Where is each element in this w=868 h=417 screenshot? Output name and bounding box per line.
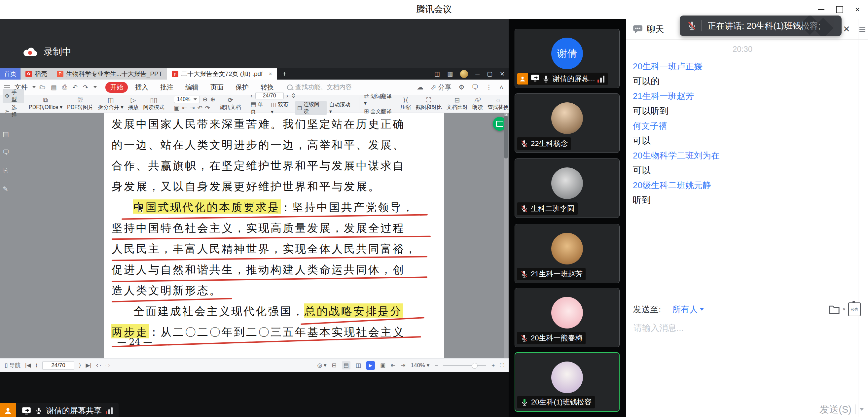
menu-item-annotate[interactable]: 批注 xyxy=(156,82,178,93)
menu-item-insert[interactable]: 插入 xyxy=(130,82,153,93)
open-folder-icon[interactable]: 🗁 xyxy=(39,84,45,91)
undo-icon[interactable]: ↶ xyxy=(72,84,78,91)
menu-item-convert[interactable]: 转换 xyxy=(256,82,278,93)
screen-share-pill[interactable]: 谢倩的屏幕共享 xyxy=(0,403,119,417)
zoom-out-icon[interactable]: − xyxy=(435,362,438,369)
zoom-slider-knob[interactable] xyxy=(472,363,477,369)
folder-dropdown-icon[interactable]: ˅ xyxy=(843,307,845,312)
menu-item-edit[interactable]: 编辑 xyxy=(181,82,203,93)
doc-compare-button[interactable]: ⊟文档比对 xyxy=(446,97,468,111)
zoom-in-icon[interactable]: ⊕ xyxy=(210,96,215,103)
view-forward-icon[interactable]: ⇨ xyxy=(105,362,110,369)
actual-size-icon[interactable]: ▣ xyxy=(174,104,179,111)
last-page-icon[interactable]: ▶| xyxy=(86,362,92,369)
split-merge-button[interactable]: ◫拆分合并 ▾ xyxy=(98,97,123,111)
double-page-icon[interactable]: ◫ xyxy=(356,362,361,369)
view-mode-icon[interactable]: ◫ xyxy=(434,70,440,77)
sign-panel-icon[interactable]: ✎ xyxy=(3,185,9,193)
zoom-level-select[interactable]: 140% xyxy=(174,96,200,103)
actual-size-icon[interactable]: ▣ xyxy=(380,362,385,369)
statusbar-zoom-level[interactable]: 140% ▾ xyxy=(410,362,429,369)
close-button[interactable]: × xyxy=(849,0,866,19)
fit-width-icon[interactable]: ⇤ xyxy=(391,362,395,369)
announcement-icon[interactable]: 公告 xyxy=(848,302,861,316)
comment-panel-icon[interactable]: 🗨 xyxy=(3,149,9,156)
first-page-icon[interactable]: |◀ xyxy=(25,362,31,369)
scroll-mode-icon[interactable]: ⇕ xyxy=(291,92,296,99)
nav-panel-button[interactable]: ▯ 导航 xyxy=(5,361,21,369)
fit-page-icon[interactable]: ⇥ xyxy=(190,104,195,111)
continuous-icon[interactable]: ⊟ xyxy=(332,362,337,369)
find-replace-button[interactable]: ◌查找替换 xyxy=(488,97,509,111)
wps-minimize-icon[interactable]: ─ xyxy=(475,71,479,77)
full-translate-button[interactable]: ⊞ 全文翻译 xyxy=(364,108,392,115)
rotate-left-icon[interactable]: ↶ xyxy=(197,104,203,111)
send-dropdown-icon[interactable] xyxy=(860,408,864,411)
folder-icon[interactable] xyxy=(829,304,840,315)
participant-tile[interactable]: 20生科(1)班钱松容 xyxy=(515,352,620,412)
hand-tool-button[interactable]: ✥手型 xyxy=(3,89,24,103)
view-back-icon[interactable]: ⇦ xyxy=(96,362,101,369)
pdf-to-office-button[interactable]: ⧉PDF转Office ▾ xyxy=(29,97,62,111)
send-button[interactable]: 发送(S) xyxy=(809,402,851,417)
next-page-icon[interactable]: ⟩ xyxy=(79,362,81,369)
rotate-doc-button[interactable]: ⟳旋转文档 xyxy=(220,97,241,111)
print-icon[interactable]: ⎙ xyxy=(62,84,67,91)
scrollbar-thumb[interactable] xyxy=(504,116,508,158)
pdf-document-area[interactable]: ▤ 🗨 ⎘ ✎ 发展中国家人民带来深重苦难。我们坚定站在历史正确的一边、站在人类… xyxy=(0,113,509,358)
message-input[interactable] xyxy=(633,318,852,338)
tab-pdf-document-active[interactable]: ρ 二十大报告全文72页 (加) .pdf × xyxy=(167,68,277,79)
collapse-ribbon-icon[interactable]: ˄ xyxy=(499,84,503,91)
menu-item-page[interactable]: 页面 xyxy=(206,82,228,93)
settings-gear-icon[interactable]: ⚙ xyxy=(459,83,464,91)
participant-tile[interactable]: 22生科杨念 xyxy=(515,93,620,153)
zoom-slider[interactable] xyxy=(443,365,486,366)
tab-ppt-document[interactable]: P 生物科学专业学生...十大报告_PPT xyxy=(52,68,167,79)
account-avatar[interactable] xyxy=(460,70,468,78)
tab-docer[interactable]: ✿ 稻壳 xyxy=(21,68,52,79)
double-page-button[interactable]: ◫ 双页 ▾ xyxy=(271,101,292,115)
save-icon[interactable]: ▤ xyxy=(51,84,57,91)
doc-scrollbar[interactable]: ▲ xyxy=(504,113,508,358)
participant-tile[interactable]: 谢倩谢倩的屏幕... xyxy=(515,29,620,88)
participant-tile[interactable]: 21生科一班赵芳 xyxy=(515,224,620,283)
new-tab-button[interactable]: + xyxy=(277,68,292,79)
thumbnail-panel-icon[interactable]: ▤ xyxy=(3,130,9,138)
read-mode-button[interactable]: ▯▯阅读模式 xyxy=(143,97,164,111)
fullscreen-icon[interactable]: ⛶ xyxy=(500,362,504,369)
auto-scroll-button[interactable]: 自动滚动 ▾ xyxy=(329,101,354,115)
attachment-panel-icon[interactable]: ⎘ xyxy=(3,167,9,174)
fit-width-icon[interactable]: ⇤ xyxy=(182,104,187,111)
redo-icon[interactable]: ↷ xyxy=(83,84,88,91)
continuous-read-button[interactable]: ⊟连续阅读 xyxy=(295,101,327,115)
zoom-out-icon[interactable]: ⊖ xyxy=(203,96,208,103)
play-button[interactable]: ▷播放 xyxy=(128,97,138,111)
tab-close-icon[interactable]: × xyxy=(269,71,272,77)
eye-protect-icon[interactable]: ◎ ▾ xyxy=(317,362,326,369)
menu-item-protect[interactable]: 保护 xyxy=(231,82,253,93)
sidebar-handle-icon[interactable] xyxy=(860,26,865,33)
cloud-sync-icon[interactable]: ☁ xyxy=(417,83,424,91)
screenshot-compare-button[interactable]: ⛶截图和对比 xyxy=(415,97,442,111)
single-page-icon[interactable]: ▤ xyxy=(342,361,350,370)
single-page-button[interactable]: ▤ 单页 xyxy=(251,101,268,115)
more-dropdown-icon[interactable] xyxy=(93,86,97,88)
zoom-in-icon[interactable]: + xyxy=(492,362,495,369)
prev-page-icon[interactable]: ⟨ xyxy=(36,362,38,369)
participant-tile[interactable]: 20生科一熊春梅 xyxy=(515,288,620,347)
select-tool-button[interactable]: ➢选择 xyxy=(3,104,24,119)
compress-button[interactable]: ⟩⟨压缩 xyxy=(400,97,411,111)
word-translate-button[interactable]: ⇄ 划词翻译 ▾ xyxy=(364,92,396,106)
statusbar-page-indicator[interactable]: 24/70 xyxy=(42,361,74,370)
fit-page-icon[interactable]: ⇥ xyxy=(401,362,405,369)
page-indicator[interactable]: 24/70 xyxy=(255,92,284,99)
grid-layout-icon[interactable]: ▦ xyxy=(447,70,453,77)
kebab-menu-icon[interactable]: ⋮ xyxy=(486,83,492,91)
participant-tile[interactable]: 生科二班李圆 xyxy=(515,158,620,218)
wps-restore-icon[interactable]: ▢ xyxy=(487,70,492,77)
chat-close-icon[interactable]: ✕ xyxy=(843,24,850,34)
send-to-selector[interactable]: 所有人 xyxy=(672,304,704,315)
wps-close-icon[interactable]: ✕ xyxy=(500,70,505,77)
rotate-right-icon[interactable]: ↷ xyxy=(205,104,210,111)
menu-item-start[interactable]: 开始 xyxy=(105,82,128,93)
